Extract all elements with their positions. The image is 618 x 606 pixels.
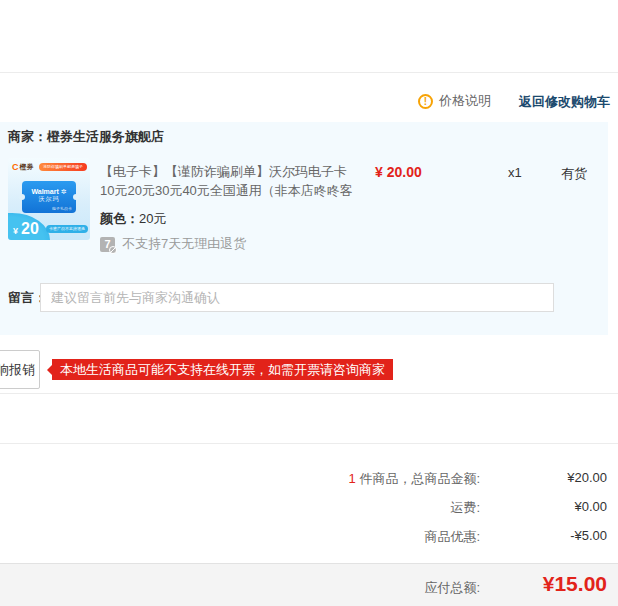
brand-c-icon: C	[12, 162, 19, 172]
walmart-cn-logo: 沃尔玛	[22, 196, 76, 203]
yuan-symbol: ¥	[13, 226, 18, 236]
no-return-row: 7 不支持7天无理由退货	[100, 235, 246, 253]
total-value: ¥15.00	[543, 572, 607, 596]
brand-name: 橙券	[20, 162, 34, 172]
price-note-label: 价格说明	[439, 92, 491, 110]
denomination-value: 20	[21, 220, 39, 238]
price-note-link[interactable]: ! 价格说明	[418, 92, 491, 110]
section-divider-2	[0, 443, 618, 444]
total-bar: 应付总额: ¥15.00	[0, 563, 618, 606]
shipping-value: ¥0.00	[574, 499, 607, 514]
color-label: 颜色：	[100, 211, 139, 226]
subtotal-value: ¥20.00	[567, 470, 607, 485]
merchant-name: 橙券生活服务旗舰店	[47, 129, 164, 144]
merchant-label: 商家：	[8, 129, 47, 144]
walmart-logo: Walmart ✲	[22, 187, 76, 196]
discount-value: -¥5.00	[570, 528, 607, 543]
no-return-text: 不支持7天无理由退货	[122, 235, 246, 253]
checkout-page: ! 价格说明 返回修改购物车 商家：橙券生活服务旗舰店 C 橙券 谨防诈骗刷单都…	[0, 0, 618, 606]
discount-label: 商品优惠:	[424, 528, 480, 546]
merchant-row: 商家：橙券生活服务旗舰店	[8, 128, 164, 146]
back-to-cart-link[interactable]: 返回修改购物车	[519, 93, 610, 111]
total-label: 应付总额:	[424, 579, 480, 597]
subtotal-label: 1 件商品，总商品金额:	[349, 470, 480, 488]
color-value: 20元	[139, 211, 166, 226]
warning-circle-icon: !	[418, 94, 433, 109]
summary-row-subtotal: 1 件商品，总商品金额: ¥20.00	[0, 470, 618, 488]
no-7day-return-icon: 7	[100, 237, 115, 252]
product-quantity: x1	[508, 165, 522, 180]
summary-row-discount: 商品优惠: -¥5.00	[0, 528, 618, 546]
card-type-label: 电子礼品卡	[52, 206, 72, 211]
product-price: ¥ 20.00	[375, 164, 422, 180]
item-count: 1	[349, 471, 356, 486]
stock-status: 有货	[561, 165, 587, 183]
product-title[interactable]: 【电子卡】【谨防诈骗刷单】沃尔玛电子卡 10元20元30元40元全国通用（非本店…	[100, 162, 362, 200]
product-title-line1: 【电子卡】【谨防诈骗刷单】沃尔玛电子卡	[100, 162, 362, 181]
product-image[interactable]: C 橙券 谨防诈骗刷单都是骗子 Walmart ✲ 沃尔玛 电子礼品卡 ¥ 20…	[8, 158, 90, 240]
summary-row-shipping: 运费: ¥0.00	[0, 499, 618, 517]
walmart-ticket-graphic: Walmart ✲ 沃尔玛 电子礼品卡	[22, 181, 76, 213]
section-divider-1	[0, 393, 618, 394]
card-brand-logo: C 橙券	[12, 162, 34, 172]
card-bottom-note: 卡密产品不支持退换	[46, 225, 88, 233]
product-title-line2: 10元20元30元40元全国通用（非本店咚咚客	[100, 181, 362, 200]
shipping-label: 运费:	[450, 499, 480, 517]
order-panel: 商家：橙券生活服务旗舰店 C 橙券 谨防诈骗刷单都是骗子 Walmart ✲ 沃…	[0, 122, 608, 335]
card-top-banner: 谨防诈骗刷单都是骗子	[39, 163, 87, 171]
invoice-option-button[interactable]: 响报销	[0, 350, 40, 389]
card-denomination: ¥ 20	[8, 213, 50, 240]
product-color-row: 颜色：20元	[100, 210, 166, 228]
header-divider	[0, 72, 618, 73]
message-input[interactable]	[40, 283, 554, 312]
invoice-warning-banner: 本地生活商品可能不支持在线开票，如需开票请咨询商家	[52, 359, 393, 380]
